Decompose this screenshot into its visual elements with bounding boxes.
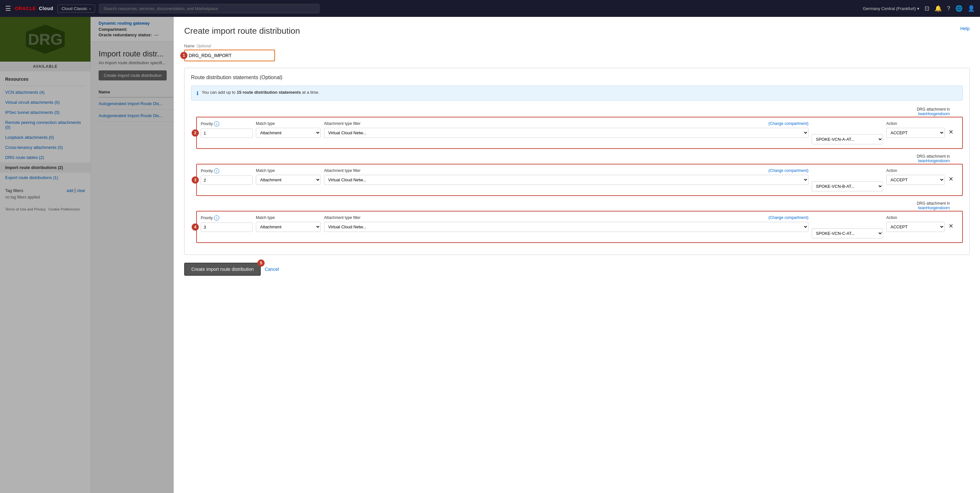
stmt-2-close-button[interactable]: ✕ xyxy=(948,175,954,183)
modal-panel: Create import route distribution Help Na… xyxy=(173,17,980,493)
rds-section-title: Route distribution statements (Optional) xyxy=(191,75,963,80)
priority-info-icon-2[interactable]: i xyxy=(214,169,219,173)
action-label-2: Action xyxy=(886,169,945,173)
statement-2-body: Priority i Match type Attachment xyxy=(196,164,963,196)
att-type-label-1: Attachment type filter xyxy=(324,121,361,126)
oracle-logo: ORACLE Cloud xyxy=(15,6,54,11)
stmt-1-priority-input[interactable] xyxy=(201,129,253,138)
stmt-2-filter-select[interactable]: SPOKE-VCN-B-AT... xyxy=(812,181,883,191)
statement-3-container: DRG attachment in IwanHoogendoorn 4 Prio… xyxy=(196,201,963,243)
step-4-badge: 4 xyxy=(192,223,199,231)
rds-section: Route distribution statements (Optional)… xyxy=(184,68,970,255)
drg-attach-header-1: DRG attachment in IwanHoogendoorn xyxy=(196,107,963,116)
stmt-2-match-type-select[interactable]: Attachment xyxy=(256,175,321,185)
match-type-label-3: Match type xyxy=(256,215,321,220)
stmt-3-action-col: Action ACCEPT xyxy=(886,215,945,232)
stmt-3-att-type-col: Attachment type filter (Change compartme… xyxy=(324,215,808,232)
statement-3-body: Priority i Match type Attachment xyxy=(196,211,963,243)
stmt-2-priority-input[interactable] xyxy=(201,175,253,185)
stmt-1-att-type-col: Attachment type filter (Change compartme… xyxy=(324,121,808,138)
att-type-label-3: Attachment type filter xyxy=(324,215,361,220)
stmt-2-action-select[interactable]: ACCEPT xyxy=(886,175,945,185)
stmt-1-att-type-select[interactable]: Virtual Cloud Netw... xyxy=(324,128,808,138)
stmt-3-filter-col: SPOKE-VCN-C-AT... xyxy=(812,215,883,239)
stmt-1-filter-col: SPOKE-VCN-A-AT... xyxy=(812,121,883,144)
stmt-1-match-col: Match type Attachment xyxy=(256,121,321,138)
help-link[interactable]: Help xyxy=(960,26,970,31)
stmt-1-close-button[interactable]: ✕ xyxy=(948,128,954,136)
change-compartment-link-3[interactable]: (Change compartment) xyxy=(768,215,808,220)
hamburger-menu-icon[interactable]: ☰ xyxy=(5,5,11,12)
stmt-3-close-col: ✕ xyxy=(948,215,958,230)
action-label-3: Action xyxy=(886,215,945,220)
step-2-badge: 2 xyxy=(192,129,199,137)
drg-attach-header-2: DRG attachment in IwanHoogendoorn xyxy=(196,154,963,163)
stmt-2-priority-col: Priority i xyxy=(201,169,253,185)
cloud-classic-button[interactable]: Cloud Classic › xyxy=(57,5,95,13)
user-avatar-icon[interactable]: 👤 xyxy=(968,5,975,12)
modal-footer: Create import route distribution 5 Cance… xyxy=(184,263,970,276)
drg-attach-header-3: DRG attachment in IwanHoogendoorn xyxy=(196,201,963,210)
name-label: Name Optional xyxy=(184,44,970,48)
region-selector[interactable]: Germany Central (Frankfurt) ▾ xyxy=(863,6,920,11)
stmt-1-filter-select[interactable]: SPOKE-VCN-A-AT... xyxy=(812,134,883,144)
stmt-3-match-col: Match type Attachment xyxy=(256,215,321,232)
cancel-button[interactable]: Cancel xyxy=(265,267,279,272)
name-input[interactable] xyxy=(184,49,275,61)
top-navigation: ☰ ORACLE Cloud Cloud Classic › Germany C… xyxy=(0,0,980,17)
step-1-badge: 1 xyxy=(180,52,188,59)
statement-2-container: DRG attachment in IwanHoogendoorn 3 Prio… xyxy=(196,154,963,196)
match-type-label-2: Match type xyxy=(256,169,321,173)
info-icon: ℹ xyxy=(197,90,199,96)
stmt-3-priority-col: Priority i xyxy=(201,215,253,232)
stmt-1-close-col: ✕ xyxy=(948,121,958,136)
stmt-2-action-col: Action ACCEPT xyxy=(886,169,945,185)
stmt-3-action-select[interactable]: ACCEPT xyxy=(886,222,945,232)
stmt-3-att-type-select[interactable]: Virtual Cloud Netw... xyxy=(324,222,808,232)
search-input[interactable] xyxy=(99,4,320,13)
help-icon[interactable]: ? xyxy=(947,5,950,12)
rds-info-box: ℹ You can add up to 15 route distributio… xyxy=(191,86,963,100)
priority-info-icon-1[interactable]: i xyxy=(214,121,219,127)
action-label-1: Action xyxy=(886,121,945,126)
notification-icon[interactable]: 🔔 xyxy=(935,5,942,12)
stmt-1-match-type-select[interactable]: Attachment xyxy=(256,128,321,138)
priority-info-icon-3[interactable]: i xyxy=(214,215,219,221)
stmt-3-close-button[interactable]: ✕ xyxy=(948,222,954,230)
step-5-badge: 5 xyxy=(258,259,265,267)
modal-title-text: Create import route distribution xyxy=(184,26,300,36)
nav-right-controls: Germany Central (Frankfurt) ▾ ⊡ 🔔 ? 🌐 👤 xyxy=(863,5,975,12)
modal-create-button[interactable]: Create import route distribution xyxy=(184,263,261,276)
stmt-2-att-type-select[interactable]: Virtual Cloud Netw... xyxy=(324,175,808,185)
att-type-label-2: Attachment type filter xyxy=(324,169,361,173)
match-type-label-1: Match type xyxy=(256,121,321,126)
console-icon[interactable]: ⊡ xyxy=(924,5,929,12)
stmt-1-priority-col: Priority i xyxy=(201,121,253,138)
stmt-3-priority-input[interactable] xyxy=(201,223,253,232)
stmt-3-match-type-select[interactable]: Attachment xyxy=(256,222,321,232)
language-icon[interactable]: 🌐 xyxy=(955,5,963,12)
change-compartment-link-2[interactable]: (Change compartment) xyxy=(768,169,808,173)
modal-overlay: Create import route distribution Help Na… xyxy=(0,17,980,493)
step-3-badge: 3 xyxy=(192,177,199,184)
stmt-2-att-type-col: Attachment type filter (Change compartme… xyxy=(324,169,808,185)
stmt-2-filter-col: SPOKE-VCN-B-AT... xyxy=(812,169,883,191)
change-compartment-link-1[interactable]: (Change compartment) xyxy=(768,121,808,126)
stmt-1-action-col: Action ACCEPT xyxy=(886,121,945,138)
statement-1-container: DRG attachment in IwanHoogendoorn 2 Prio… xyxy=(196,107,963,149)
modal-title-row: Create import route distribution Help xyxy=(184,26,970,36)
stmt-2-match-col: Match type Attachment xyxy=(256,169,321,185)
stmt-3-filter-select[interactable]: SPOKE-VCN-C-AT... xyxy=(812,228,883,239)
name-form-group: Name Optional 1 xyxy=(184,44,970,61)
stmt-2-close-col: ✕ xyxy=(948,169,958,183)
create-btn-wrapper: Create import route distribution 5 xyxy=(184,263,261,276)
statement-1-body: Priority i Match type Attachment xyxy=(196,117,963,149)
stmt-1-action-select[interactable]: ACCEPT xyxy=(886,128,945,138)
